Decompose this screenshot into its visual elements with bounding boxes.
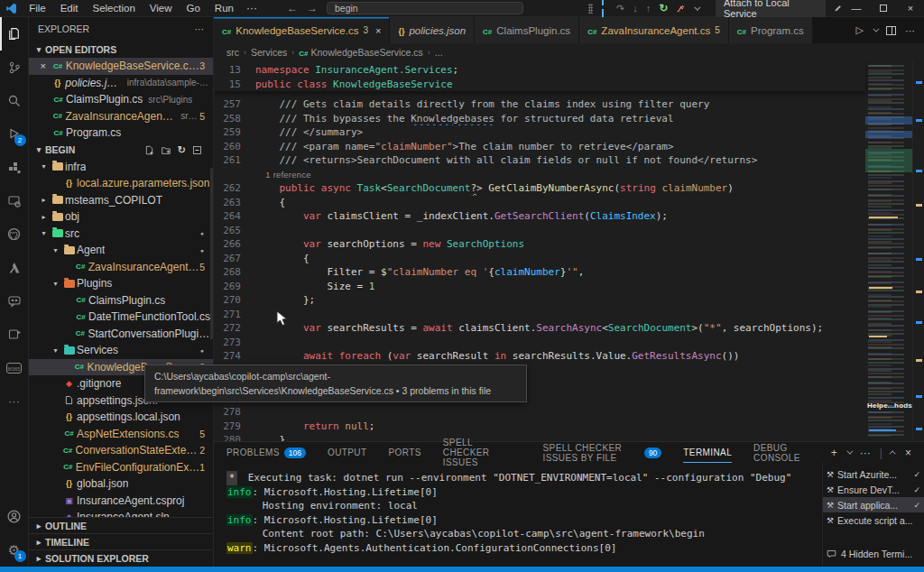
nav-back-icon[interactable]: ←	[287, 2, 298, 14]
timeline-section[interactable]: ▸ TIMELINE	[29, 534, 213, 550]
close-button[interactable]: ×	[897, 3, 924, 14]
explorer-more-button[interactable]: ···	[195, 23, 205, 34]
tree-item[interactable]: C#DateTimeFunctionTool.cs	[29, 309, 213, 326]
maximize-panel-icon[interactable]	[890, 450, 896, 457]
tree-item[interactable]: C#StartConversationPlugin.cs	[29, 326, 213, 343]
minimap[interactable]: Helpe...hods	[865, 61, 912, 441]
command-center-search[interactable]: begin	[327, 2, 523, 14]
step-into-icon[interactable]: ↓	[633, 3, 638, 14]
editor-more-button[interactable]: ···	[905, 25, 915, 36]
split-editor-icon[interactable]	[886, 26, 896, 35]
panel-tab-ports[interactable]: PORTS	[388, 442, 420, 463]
minimize-button[interactable]: —	[843, 3, 870, 14]
activity-more-button[interactable]: ···	[0, 384, 29, 418]
tree-item[interactable]: {}appsettings.local.json	[29, 409, 213, 426]
tree-item[interactable]: {}global.json	[29, 475, 213, 493]
tree-item[interactable]: ▾Services●	[29, 342, 213, 359]
panel-more-icon[interactable]: ···	[860, 447, 871, 459]
activity-source-control-button[interactable]	[0, 51, 29, 84]
tree-item[interactable]: ▾Plugins	[29, 275, 213, 292]
open-editor-item[interactable]: ×C#KnowledgeBaseService.cs...3	[29, 58, 213, 75]
tree-item[interactable]: {}local.azure.parameters.json	[29, 175, 213, 192]
new-file-icon[interactable]	[144, 145, 154, 155]
refresh-icon[interactable]: ↻	[178, 144, 186, 156]
restart-icon[interactable]: ↻	[659, 2, 668, 14]
step-over-icon[interactable]: ↷	[616, 3, 624, 14]
menu-more-button[interactable]: ···	[240, 1, 263, 15]
pencil-icon[interactable]	[834, 4, 843, 13]
terminal-output[interactable]: * Executing task: dotnet run --environme…	[214, 463, 822, 567]
tab-knowledgebaseservice-cs[interactable]: C#KnowledgeBaseService.cs3×	[214, 17, 390, 43]
tree-item[interactable]: C#ClaimsPlugin.cs	[29, 292, 213, 309]
disconnect-icon[interactable]	[676, 4, 686, 14]
terminal-list-item[interactable]: ⚒Execute script a...	[823, 512, 924, 528]
tree-item[interactable]: ◈InsuranceAgent.sln	[29, 509, 213, 517]
panel-tab-problems[interactable]: PROBLEMS106	[226, 442, 306, 463]
activity-account-button[interactable]	[0, 500, 29, 533]
menu-view[interactable]: View	[143, 2, 179, 14]
open-editor-item[interactable]: {}policies.jsoninfra\data\sample-data	[29, 75, 213, 92]
close-panel-icon[interactable]: ×	[905, 447, 911, 459]
tab-claimsplugin-cs[interactable]: C#ClaimsPlugin.cs	[475, 17, 579, 43]
breadcrumb-item[interactable]: Services	[251, 47, 287, 58]
panel-tab-spell-checker-issues-by-file[interactable]: SPELL CHECKER ISSUES BY FILE90	[543, 442, 662, 463]
outline-section[interactable]: ▸ OUTLINE	[29, 518, 213, 534]
activity-search-button[interactable]	[0, 84, 29, 117]
tab-program-cs[interactable]: C#Program.cs	[729, 17, 813, 43]
open-editor-item[interactable]: C#Program.cs	[29, 125, 213, 142]
terminal-list-item[interactable]: ⚒Ensure DevT...✓	[823, 482, 924, 497]
tree-item[interactable]: ▸obj	[29, 208, 213, 226]
new-terminal-icon[interactable]: +	[831, 447, 837, 459]
step-out-icon[interactable]: ↑	[646, 3, 651, 14]
tree-item[interactable]: ▾src●	[29, 226, 213, 243]
tree-item[interactable]: C#AspNetExtensions.cs5	[29, 426, 213, 443]
tree-item[interactable]: ▸msteams_COPILOT	[29, 192, 213, 209]
tree-item[interactable]: ▾Agent●	[29, 242, 213, 259]
collapse-all-icon[interactable]	[192, 145, 202, 155]
panel-tab-output[interactable]: OUTPUT	[328, 442, 367, 463]
debug-dropdown-chevron-icon[interactable]	[695, 4, 701, 10]
breadcrumb-item[interactable]: src	[226, 47, 239, 58]
terminal-dropdown-chevron-icon[interactable]	[846, 448, 853, 455]
nav-forward-icon[interactable]: →	[307, 2, 318, 14]
terminal-list-item[interactable]: ⚒Start applica...✓	[823, 497, 924, 512]
menu-run[interactable]: Run	[208, 2, 240, 14]
tab-policies-json[interactable]: {}policies.json	[390, 17, 475, 43]
panel-tab-terminal[interactable]: TERMINAL	[683, 442, 732, 463]
panel-tab-debug-console[interactable]: DEBUG CONSOLE	[753, 442, 809, 463]
maximize-button[interactable]	[870, 3, 897, 14]
menu-edit[interactable]: Edit	[54, 2, 85, 14]
run-dropdown-chevron-icon[interactable]	[873, 26, 879, 32]
sidebar-scrollbar[interactable]	[210, 168, 213, 339]
panel-tab-spell-checker-issues[interactable]: SPELL CHECKER ISSUES	[443, 442, 522, 463]
menu-go[interactable]: Go	[180, 2, 207, 14]
breadcrumb-item[interactable]: ...	[435, 47, 443, 58]
activity-run-debug-button[interactable]: 2	[0, 117, 29, 151]
activity-explorer-button[interactable]	[0, 17, 29, 51]
new-folder-icon[interactable]	[161, 145, 171, 155]
tree-item[interactable]: C#EnvFileConfigurationExten...1	[29, 459, 213, 476]
activity-extensions-button[interactable]	[0, 151, 29, 184]
open-editors-header[interactable]: ▾ OPEN EDITORS	[29, 41, 213, 58]
folder-section-header[interactable]: ▾ BEGIN ↻	[29, 142, 213, 159]
activity-github-button[interactable]	[0, 217, 29, 251]
tree-item[interactable]: ▾infra	[29, 159, 213, 176]
activity-settings-gear-button[interactable]: ⚙1	[0, 533, 29, 567]
open-editor-item[interactable]: C#ClaimsPlugin.cssrc\Plugins	[29, 91, 213, 108]
activity-azure-button[interactable]	[0, 251, 29, 284]
activity-new-project-button[interactable]	[0, 318, 29, 351]
tree-item[interactable]: C#ZavaInsuranceAgent.cs5	[29, 259, 213, 276]
tree-item[interactable]: C#ConversationStateExtensio...2	[29, 442, 213, 459]
activity-copilot-chat-button[interactable]	[0, 284, 29, 318]
tree-item[interactable]: ▣InsuranceAgent.csproj	[29, 493, 213, 510]
breadcrumb-item[interactable]: KnowledgeBaseService.cs	[311, 47, 423, 58]
menu-file[interactable]: File	[23, 2, 52, 14]
tab-zavainsuranceagent-cs[interactable]: C#ZavaInsuranceAgent.cs5	[579, 17, 729, 43]
run-file-button[interactable]: ▷	[856, 24, 864, 36]
terminal-list-item[interactable]: ⚒Start Azurite...✓	[823, 466, 924, 482]
open-editor-item[interactable]: C#ZavaInsuranceAgent.cssrc...5	[29, 108, 213, 125]
activity-m365-button[interactable]: M365	[0, 351, 29, 384]
drag-grip-icon[interactable]	[588, 4, 593, 14]
menu-selection[interactable]: Selection	[86, 2, 141, 14]
status-bar[interactable]	[0, 567, 924, 572]
